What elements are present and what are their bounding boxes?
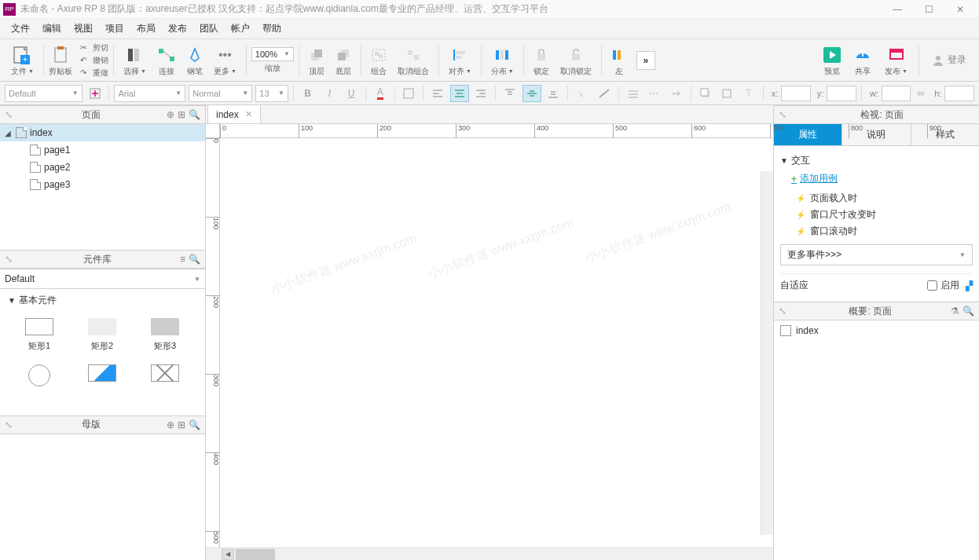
page-item[interactable]: page2 — [0, 159, 205, 176]
enable-checkbox[interactable] — [927, 280, 937, 291]
shadow-out-button[interactable] — [696, 85, 715, 102]
scrollbar-vertical[interactable] — [761, 171, 773, 535]
border-button[interactable] — [400, 85, 419, 102]
scrollbar-horizontal[interactable]: ◀ — [206, 547, 773, 560]
tb-align[interactable]: 对齐▼ — [444, 42, 476, 79]
tb-lock[interactable]: 锁定 — [529, 42, 554, 79]
line-width-button[interactable] — [624, 85, 643, 102]
menu-team[interactable]: 团队 — [193, 19, 225, 38]
menu-help[interactable]: 帮助 — [256, 19, 288, 38]
page-item[interactable]: page1 — [0, 141, 205, 159]
event-window-scroll[interactable]: ⚡窗口滚动时 — [796, 223, 973, 240]
menu-file[interactable]: 文件 — [5, 19, 36, 38]
h-input[interactable] — [944, 86, 974, 101]
y-input[interactable] — [827, 86, 856, 101]
arrow-style-button[interactable] — [667, 85, 686, 102]
w-input[interactable] — [882, 86, 911, 101]
widget-rect3[interactable]: 矩形3 — [134, 312, 196, 358]
tb-share[interactable]: 共享 — [849, 42, 877, 79]
font-weight-select[interactable]: Normal▼ — [189, 85, 252, 102]
style-manager-icon[interactable] — [86, 85, 104, 102]
tb-publish[interactable]: 发布▼ — [880, 42, 912, 79]
widget-placeholder[interactable] — [134, 358, 196, 393]
menu-publish[interactable]: 发布 — [162, 19, 193, 38]
search-icon[interactable]: 🔍 — [962, 306, 974, 317]
tb-expand-button[interactable]: » — [636, 51, 655, 70]
maximize-button[interactable]: ☐ — [913, 0, 944, 19]
align-center-button[interactable] — [450, 85, 469, 102]
fill-color-button[interactable] — [573, 85, 592, 102]
pin-icon[interactable]: ⤡ — [779, 306, 786, 317]
page-item[interactable]: page3 — [0, 176, 205, 193]
tb-preview[interactable]: 预览 — [819, 42, 845, 79]
font-color-button[interactable]: A — [371, 85, 390, 102]
tb-top[interactable]: 顶层 — [304, 42, 329, 79]
tb-redo[interactable]: ↷重做 — [77, 67, 108, 79]
tb-cut[interactable]: ✂剪切 — [77, 42, 108, 54]
add-case-button[interactable]: +添加用例 — [791, 172, 973, 185]
scroll-left-icon[interactable]: ◀ — [222, 549, 234, 560]
filter-icon[interactable]: ⚗ — [951, 306, 959, 317]
search-icon[interactable]: 🔍 — [189, 109, 200, 120]
font-select[interactable]: Arial▼ — [114, 85, 185, 102]
valign-top-button[interactable] — [500, 85, 519, 102]
align-right-button[interactable] — [472, 85, 491, 102]
tb-left-align[interactable]: 左 — [607, 42, 632, 79]
widget-rect1[interactable]: 矩形1 — [8, 312, 71, 358]
tb-clipboard[interactable]: 剪贴板 — [49, 44, 72, 77]
tb-undo[interactable]: ↶撤销 — [77, 54, 108, 67]
menu-view[interactable]: 视图 — [68, 19, 99, 38]
login-button[interactable]: 登录 — [926, 50, 973, 70]
search-icon[interactable]: 🔍 — [189, 419, 200, 430]
event-window-resize[interactable]: ⚡窗口尺寸改变时 — [796, 207, 973, 223]
lock-wh-icon[interactable]: ⬄ — [914, 85, 928, 102]
line-style-button[interactable] — [645, 85, 664, 102]
valign-middle-button[interactable] — [522, 85, 541, 102]
valign-bottom-button[interactable] — [544, 85, 563, 102]
menu-edit[interactable]: 编辑 — [36, 19, 68, 38]
tab-style[interactable]: 样式 — [911, 124, 979, 145]
tb-more[interactable]: •••更多▼ — [209, 42, 241, 79]
pin-icon[interactable]: ⤡ — [779, 109, 786, 120]
bold-button[interactable]: B — [299, 85, 317, 102]
libs-menu-icon[interactable]: ≡ — [180, 254, 185, 265]
tb-file[interactable]: + 文件▼ — [6, 42, 38, 79]
tb-pen[interactable]: 钢笔 — [182, 42, 207, 79]
tb-unlock[interactable]: 取消锁定 — [556, 42, 596, 79]
menu-arrange[interactable]: 布局 — [130, 19, 162, 38]
underline-button[interactable]: U — [342, 85, 361, 102]
library-select[interactable]: Default▼ — [0, 269, 205, 289]
align-left-button[interactable] — [428, 85, 447, 102]
widget-image[interactable] — [71, 358, 134, 393]
add-page-icon[interactable]: ⊕ — [167, 109, 174, 120]
tab-properties[interactable]: 属性 — [774, 124, 842, 145]
widget-ellipse[interactable] — [8, 358, 71, 393]
adaptive-settings-icon[interactable]: ▞ — [966, 280, 973, 291]
add-master-folder-icon[interactable]: ⊞ — [178, 419, 185, 430]
pin-icon[interactable]: ⤡ — [5, 254, 13, 265]
x-input[interactable] — [781, 86, 811, 101]
add-master-icon[interactable]: ⊕ — [167, 419, 174, 430]
pin-icon[interactable]: ⤡ — [5, 419, 13, 430]
canvas[interactable]: 小小软件迷 www.xxrjm.com 小小软件迷 www.xxrjm.com … — [220, 138, 773, 547]
close-button[interactable]: ✕ — [944, 0, 976, 19]
search-icon[interactable]: 🔍 — [189, 254, 200, 265]
tab-index[interactable]: index✕ — [207, 104, 261, 123]
add-folder-icon[interactable]: ⊞ — [178, 109, 185, 120]
tb-distribute[interactable]: 分布▼ — [486, 42, 519, 79]
more-events-select[interactable]: 更多事件>>>▼ — [780, 244, 973, 265]
page-index[interactable]: ◢index — [0, 124, 205, 141]
minimize-button[interactable]: — — [882, 0, 913, 19]
tb-connect[interactable]: 连接 — [152, 42, 181, 79]
close-tab-icon[interactable]: ✕ — [245, 109, 252, 119]
lib-category[interactable]: ▼基本元件 — [0, 289, 205, 312]
shadow-in-button[interactable] — [717, 85, 736, 102]
style-select[interactable]: Default▼ — [5, 85, 82, 102]
tb-select[interactable]: 选择▼ — [119, 42, 151, 79]
tb-ungroup[interactable]: 取消组合 — [393, 42, 434, 79]
menu-account[interactable]: 帐户 — [225, 19, 256, 38]
text-shadow-button[interactable]: T — [739, 85, 758, 102]
menu-project[interactable]: 项目 — [99, 19, 130, 38]
outline-item[interactable]: index — [780, 324, 973, 338]
tb-bottom[interactable]: 底层 — [331, 42, 356, 79]
